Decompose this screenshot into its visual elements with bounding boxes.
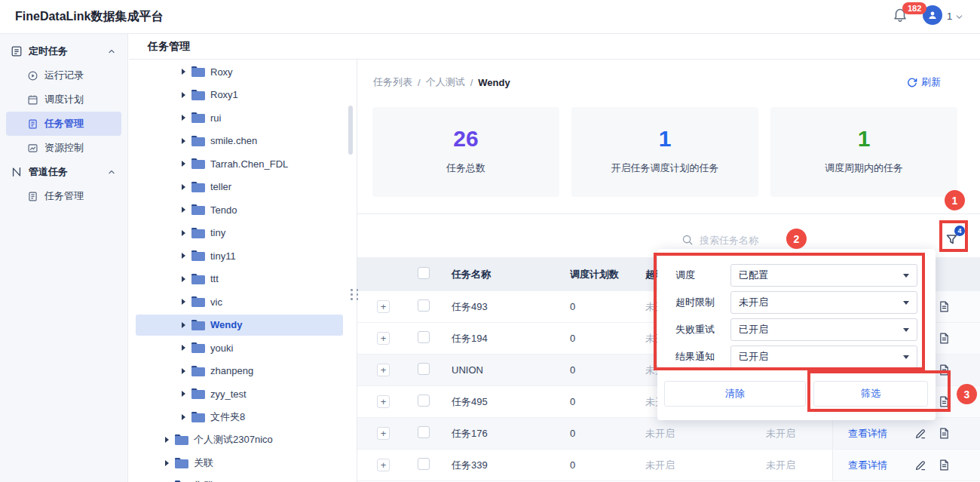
filter-select[interactable]: 已配置: [730, 264, 917, 287]
schedule-plan-icon: [27, 94, 38, 106]
schedule-plan-count: 0: [561, 428, 636, 439]
tree-node[interactable]: 集群: [129, 474, 357, 482]
expand-row-button[interactable]: +: [377, 364, 390, 376]
apply-filters-button[interactable]: 筛选: [813, 381, 928, 407]
document-icon[interactable]: [938, 300, 951, 313]
view-details-link[interactable]: 查看详情: [848, 427, 887, 441]
sidebar-section-label: 管道任务: [29, 165, 68, 179]
expand-row-button[interactable]: +: [377, 332, 390, 345]
row-checkbox[interactable]: [418, 458, 430, 470]
tree-expand-caret-icon[interactable]: [182, 92, 185, 98]
row-actions: 查看详情: [832, 418, 980, 449]
sidebar-item-label: 任务管理: [44, 189, 84, 203]
filter-select[interactable]: 未开启: [730, 291, 917, 314]
stat-label: 调度周期内的任务: [770, 161, 957, 175]
tree-node[interactable]: Tarrah.Chen_FDL: [129, 152, 357, 176]
search-input[interactable]: [700, 235, 888, 246]
sidebar-item-run-records[interactable]: 运行记录: [0, 63, 127, 87]
search-icon: [681, 234, 694, 246]
tree-node-label: smile.chen: [210, 135, 257, 146]
tree-node[interactable]: Roxy1: [129, 84, 357, 107]
tree-node[interactable]: tiny11: [129, 244, 357, 268]
document-icon[interactable]: [938, 427, 951, 440]
expand-row-button[interactable]: +: [377, 300, 390, 313]
tree-expand-caret-icon[interactable]: [182, 368, 185, 374]
breadcrumb-link[interactable]: 任务列表: [373, 75, 412, 89]
row-checkbox[interactable]: [418, 299, 430, 312]
filter-select[interactable]: 已开启: [730, 318, 917, 341]
clear-filters-button[interactable]: 清除: [664, 381, 806, 407]
tree-expand-caret-icon[interactable]: [182, 414, 185, 420]
document-icon[interactable]: [938, 459, 951, 471]
sidebar-item-label: 资源控制: [44, 141, 84, 155]
edit-icon[interactable]: [914, 427, 927, 440]
task-name: 任务495: [443, 395, 561, 409]
filter-select[interactable]: 已开启: [730, 345, 917, 368]
tree-node[interactable]: vic: [129, 290, 357, 314]
row-checkbox[interactable]: [418, 426, 430, 438]
row-checkbox[interactable]: [418, 395, 430, 407]
tree-expand-caret-icon[interactable]: [182, 253, 185, 259]
tree-node[interactable]: 个人测试2307nico: [129, 428, 357, 452]
sidebar-item-resource-control[interactable]: 资源控制: [0, 136, 127, 160]
select-all-checkbox[interactable]: [418, 267, 430, 279]
edit-icon[interactable]: [914, 459, 927, 471]
tree-node[interactable]: Roxy: [129, 60, 357, 84]
tree-node[interactable]: Tendo: [129, 198, 357, 222]
tree-node[interactable]: 文件夹8: [129, 406, 357, 429]
sidebar-item-schedule-plan[interactable]: 调度计划: [0, 87, 127, 112]
tree-expand-caret-icon[interactable]: [165, 437, 169, 443]
folder-icon: [175, 458, 188, 468]
tree-expand-caret-icon[interactable]: [182, 299, 185, 305]
row-actions: 查看详情: [832, 450, 980, 480]
document-icon[interactable]: [938, 364, 951, 376]
tree-expand-caret-icon[interactable]: [182, 230, 185, 236]
tree-node[interactable]: rui: [129, 106, 357, 130]
folder-icon: [191, 66, 205, 77]
expand-row-button[interactable]: +: [377, 459, 390, 471]
filter-button[interactable]: 4: [945, 228, 964, 250]
tree-expand-caret-icon[interactable]: [165, 460, 169, 466]
tree-expand-caret-icon[interactable]: [182, 161, 185, 167]
scrollbar-thumb[interactable]: [348, 106, 353, 155]
sidebar-item-task-management[interactable]: 任务管理: [6, 112, 121, 136]
tree-expand-caret-icon[interactable]: [182, 276, 185, 282]
expand-row-button[interactable]: +: [377, 395, 390, 408]
expand-row-button[interactable]: +: [377, 427, 390, 440]
tree-expand-caret-icon[interactable]: [182, 138, 185, 144]
chevron-down-icon[interactable]: [954, 11, 964, 25]
tree-expand-caret-icon[interactable]: [182, 391, 185, 397]
view-details-link[interactable]: 查看详情: [848, 459, 887, 472]
tree-node-label: Roxy1: [210, 89, 238, 100]
filter-field: 结果通知 已开启: [675, 345, 936, 368]
panel-resize-handle[interactable]: [351, 289, 360, 300]
tree-node[interactable]: tiny: [129, 222, 357, 245]
tree-node[interactable]: 关联: [129, 452, 357, 475]
breadcrumb-link[interactable]: 个人测试: [426, 75, 465, 89]
tree-node[interactable]: youki: [129, 336, 357, 360]
tree-expand-caret-icon[interactable]: [182, 115, 185, 121]
sidebar-item-pipeline-task-management[interactable]: 任务管理: [0, 184, 127, 208]
tree-node[interactable]: ttt: [129, 268, 357, 291]
refresh-button[interactable]: 刷新: [907, 75, 941, 89]
tree-expand-caret-icon[interactable]: [182, 322, 185, 328]
stat-value: 1: [770, 126, 957, 152]
header-task-name: 任务名称: [443, 268, 561, 281]
tree-expand-caret-icon[interactable]: [182, 69, 185, 75]
document-icon[interactable]: [938, 332, 951, 345]
sidebar-section-scheduled-tasks[interactable]: 定时任务: [0, 39, 127, 63]
table-row: + 任务176 0 未开启 未开启 查看详情: [357, 418, 980, 450]
tree-expand-caret-icon[interactable]: [182, 207, 185, 213]
tree-node[interactable]: Wendy: [129, 314, 357, 337]
document-icon[interactable]: [938, 395, 951, 408]
row-checkbox[interactable]: [418, 363, 430, 375]
tree-node[interactable]: teller: [129, 176, 357, 199]
sidebar-section-pipeline-tasks[interactable]: 管道任务: [0, 160, 127, 184]
tree-node[interactable]: zyy_test: [129, 382, 357, 406]
tree-expand-caret-icon[interactable]: [182, 345, 185, 351]
row-checkbox[interactable]: [418, 331, 430, 343]
tree-node[interactable]: zhanpeng: [129, 360, 357, 383]
tree-expand-caret-icon[interactable]: [182, 184, 185, 190]
caret-down-icon: [903, 274, 909, 278]
tree-node[interactable]: smile.chen: [129, 130, 357, 153]
